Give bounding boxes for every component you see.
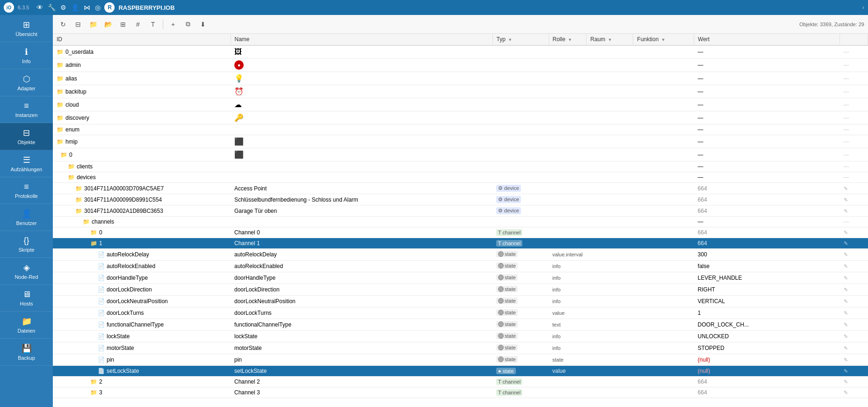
row-rolle xyxy=(549,172,586,183)
row-typ: state xyxy=(492,296,549,307)
sidebar-item-ubersicht[interactable]: ⊞ Übersicht xyxy=(0,15,53,42)
state-circle xyxy=(498,251,504,257)
copy-button[interactable]: ⧉ xyxy=(181,18,195,31)
row-raum xyxy=(586,161,633,172)
null-value: (null) xyxy=(698,368,710,374)
table-row[interactable]: 📄doorLockDirection doorLockDirection sta… xyxy=(53,284,868,296)
row-funktion xyxy=(633,387,694,398)
number-button[interactable]: # xyxy=(131,18,145,31)
table-row[interactable]: 📄doorLockNeutralPosition doorLockNeutral… xyxy=(53,296,868,307)
sidebar-item-info[interactable]: ℹ Info xyxy=(0,42,53,69)
row-wert: 664 xyxy=(694,183,840,194)
table-row[interactable]: 📁1 Channel 1 T channel 664 ✎ xyxy=(53,238,868,249)
row-name: doorLockDirection xyxy=(231,284,492,296)
user-icon[interactable]: 👤 xyxy=(71,4,79,11)
row-actions: ✎ xyxy=(840,261,868,272)
table-row[interactable]: 📁enum — — xyxy=(53,124,868,135)
table-row[interactable]: 📁admin ● — — xyxy=(53,58,868,72)
table-row[interactable]: 📁3014F711A000099D8991C554 Schlüsselbundf… xyxy=(53,194,868,205)
type-badge: ⚙ device xyxy=(496,207,521,214)
table-row[interactable]: 📁3014F711A00003D709AC5AE7 Access Point ⚙… xyxy=(53,183,868,194)
table-row[interactable]: 📁hmip ⬛ — — xyxy=(53,135,868,148)
row-actions: ✎ xyxy=(840,296,868,307)
table-row[interactable]: 📁0_userdata 🖼 — — xyxy=(53,45,868,58)
table-row[interactable]: 📄autoRelockDelay autoRelockDelay state v… xyxy=(53,249,868,261)
sidebar-item-benutzer[interactable]: 👤 Benutzer xyxy=(0,204,53,231)
collapse-btn[interactable]: › xyxy=(862,4,864,11)
row-id: 📁hmip xyxy=(53,135,231,148)
folder-expand-button[interactable]: ⊞ xyxy=(116,18,130,31)
eye-icon[interactable]: 👁 xyxy=(36,4,43,11)
table-row[interactable]: 📄setLockState setLockState ● state value… xyxy=(53,366,868,377)
table-row[interactable]: 📁alias 💡 — — xyxy=(53,72,868,85)
table-row[interactable]: 📁3014F711A0002A1D89BC3653 Garage Tür obe… xyxy=(53,205,868,217)
benutzer-icon: 👤 xyxy=(22,209,32,219)
table-row[interactable]: 📄motorState motorState state info STOPPE… xyxy=(53,342,868,354)
row-raum xyxy=(586,98,633,111)
table-row[interactable]: 📁0 Channel 0 T channel 664 ✎ xyxy=(53,227,868,238)
folder-button[interactable]: 📁 xyxy=(87,18,100,31)
table-row[interactable]: 📁devices — — xyxy=(53,172,868,183)
view-list-button[interactable]: ⊟ xyxy=(72,18,85,31)
circle-icon[interactable]: ◎ xyxy=(95,4,101,11)
row-funktion xyxy=(633,227,694,238)
dateien-icon: 📁 xyxy=(22,316,32,327)
row-name: setLockState xyxy=(231,366,492,377)
row-rolle: value.interval xyxy=(549,249,586,261)
table-row[interactable]: 📁2 Channel 2 T channel 664 ✎ xyxy=(53,377,868,387)
table-row[interactable]: 📄doorHandleType doorHandleType state inf… xyxy=(53,272,868,284)
table-row[interactable]: 📄functionalChannelType functionalChannel… xyxy=(53,319,868,331)
refresh-button[interactable]: ↻ xyxy=(57,18,70,31)
type-button[interactable]: T xyxy=(146,18,159,31)
table-row[interactable]: 📁backitup ⏰ — — xyxy=(53,85,868,98)
row-id: 📄doorHandleType xyxy=(53,272,231,284)
type-badge: T channel xyxy=(496,229,522,236)
instanzen-icon: ≡ xyxy=(24,101,29,111)
table-row[interactable]: 📁cloud ☁ — — xyxy=(53,98,868,111)
network-icon[interactable]: ⋈ xyxy=(84,4,90,11)
download-button[interactable]: ⬇ xyxy=(196,18,210,31)
table-row[interactable]: 📁channels — — xyxy=(53,217,868,227)
row-id: 📁admin xyxy=(53,58,231,72)
table-row[interactable]: 📁0 ⬛ — — xyxy=(53,148,868,161)
folder-icon: 📁 xyxy=(57,75,64,82)
row-name: Garage Tür oben xyxy=(231,205,492,217)
row-raum xyxy=(586,319,633,331)
row-funktion xyxy=(633,366,694,377)
table-row[interactable]: 📄lockState lockState state info UNLOCKED… xyxy=(53,331,868,342)
wrench-icon[interactable]: 🔧 xyxy=(48,4,56,11)
table-row[interactable]: 📄doorLockTurns doorLockTurns state value… xyxy=(53,307,868,319)
folder-icon: 📁 xyxy=(90,378,97,385)
row-typ: T channel xyxy=(492,387,549,398)
sidebar-item-adapter[interactable]: ⬡ Adapter xyxy=(0,69,53,96)
add-button[interactable]: + xyxy=(166,18,180,31)
sidebar-item-instanzen[interactable]: ≡ Instanzen xyxy=(0,96,53,123)
table-row[interactable]: 📄autoRelockEnabled autoRelockEnabled sta… xyxy=(53,261,868,272)
row-wert: DOOR_LOCK_CH... xyxy=(694,319,840,331)
row-name: ⏰ xyxy=(231,85,492,98)
sidebar-item-node-red[interactable]: ◈ Node-Red xyxy=(0,258,53,285)
sidebar-item-objekte[interactable]: ⊟ Objekte xyxy=(0,123,53,150)
row-typ xyxy=(492,98,549,111)
table-row[interactable]: 📁clients — — xyxy=(53,161,868,172)
folder-open-button[interactable]: 📂 xyxy=(101,18,115,31)
sidebar-item-dateien[interactable]: 📁 Dateien xyxy=(0,312,53,339)
app-version: 6.3.5 xyxy=(18,5,29,10)
table-row[interactable]: 📄pin pin state state (null) ✎ xyxy=(53,354,868,366)
sidebar-item-protokolle[interactable]: ≡ Protokolle xyxy=(0,177,53,204)
sidebar-item-aufzahlungen[interactable]: ☰ Aufzählungen xyxy=(0,150,53,177)
sidebar-item-hosts[interactable]: 🖥 Hosts xyxy=(0,285,53,312)
gear-icon[interactable]: ⚙ xyxy=(60,4,66,11)
table-row[interactable]: 📁3 Channel 3 T channel 664 ✎ xyxy=(53,387,868,398)
sidebar-item-skripte[interactable]: {} Skripte xyxy=(0,231,53,258)
row-wert: VERTICAL xyxy=(694,296,840,307)
row-wert: 1 xyxy=(694,307,840,319)
type-badge: T channel xyxy=(496,378,522,385)
table-row[interactable]: 📁discovery 🔑 — — xyxy=(53,111,868,124)
row-actions: ✎ xyxy=(840,284,868,296)
objekte-icon: ⊟ xyxy=(23,128,30,138)
row-wert: — xyxy=(694,148,840,161)
sidebar-label-instanzen: Instanzen xyxy=(15,112,38,118)
sidebar-item-backup[interactable]: 💾 Backup xyxy=(0,339,53,366)
row-raum xyxy=(586,377,633,387)
